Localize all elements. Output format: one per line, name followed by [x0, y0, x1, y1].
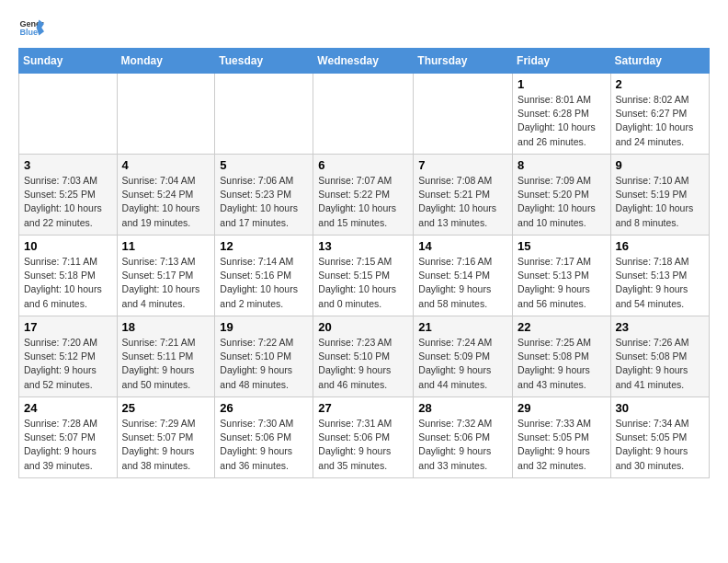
calendar-day-cell: 22Sunrise: 7:25 AM Sunset: 5:08 PM Dayli… — [513, 316, 611, 397]
day-info: Sunrise: 7:22 AM Sunset: 5:10 PM Dayligh… — [220, 336, 308, 392]
calendar-day-cell: 7Sunrise: 7:08 AM Sunset: 5:21 PM Daylig… — [414, 155, 513, 236]
calendar-day-cell: 20Sunrise: 7:23 AM Sunset: 5:10 PM Dayli… — [313, 316, 414, 397]
day-number: 24 — [24, 401, 112, 415]
day-number: 10 — [24, 239, 112, 253]
calendar-day-cell: 14Sunrise: 7:16 AM Sunset: 5:14 PM Dayli… — [414, 236, 513, 316]
calendar-week-row: 24Sunrise: 7:28 AM Sunset: 5:07 PM Dayli… — [19, 397, 710, 478]
day-info: Sunrise: 7:18 AM Sunset: 5:13 PM Dayligh… — [616, 255, 704, 311]
calendar-day-cell: 13Sunrise: 7:15 AM Sunset: 5:15 PM Dayli… — [313, 236, 414, 316]
day-info: Sunrise: 7:28 AM Sunset: 5:07 PM Dayligh… — [24, 417, 112, 473]
day-number: 18 — [122, 320, 210, 334]
weekday-header: Wednesday — [313, 49, 414, 74]
day-number: 12 — [220, 239, 308, 253]
day-info: Sunrise: 7:13 AM Sunset: 5:17 PM Dayligh… — [122, 255, 210, 311]
calendar-day-cell: 16Sunrise: 7:18 AM Sunset: 5:13 PM Dayli… — [610, 236, 709, 316]
calendar-day-cell: 18Sunrise: 7:21 AM Sunset: 5:11 PM Dayli… — [117, 316, 215, 397]
calendar-day-cell: 19Sunrise: 7:22 AM Sunset: 5:10 PM Dayli… — [215, 316, 313, 397]
calendar-day-cell: 30Sunrise: 7:34 AM Sunset: 5:05 PM Dayli… — [610, 397, 709, 478]
calendar-day-cell: 3Sunrise: 7:03 AM Sunset: 5:25 PM Daylig… — [19, 155, 118, 236]
calendar-table: SundayMondayTuesdayWednesdayThursdayFrid… — [18, 48, 710, 478]
day-info: Sunrise: 7:31 AM Sunset: 5:06 PM Dayligh… — [318, 417, 408, 473]
calendar-day-cell: 4Sunrise: 7:04 AM Sunset: 5:24 PM Daylig… — [117, 155, 215, 236]
day-info: Sunrise: 7:24 AM Sunset: 5:09 PM Dayligh… — [418, 336, 507, 392]
day-number: 5 — [220, 158, 308, 172]
calendar-day-cell: 5Sunrise: 7:06 AM Sunset: 5:23 PM Daylig… — [215, 155, 313, 236]
calendar-day-cell: 11Sunrise: 7:13 AM Sunset: 5:17 PM Dayli… — [117, 236, 215, 316]
calendar-day-cell: 6Sunrise: 7:07 AM Sunset: 5:22 PM Daylig… — [313, 155, 414, 236]
calendar-day-cell: 24Sunrise: 7:28 AM Sunset: 5:07 PM Dayli… — [19, 397, 118, 478]
calendar-day-cell: 2Sunrise: 8:02 AM Sunset: 6:27 PM Daylig… — [610, 74, 709, 155]
day-info: Sunrise: 7:25 AM Sunset: 5:08 PM Dayligh… — [518, 336, 606, 392]
day-number: 30 — [616, 401, 704, 415]
calendar-day-cell — [414, 74, 513, 155]
calendar-day-cell: 26Sunrise: 7:30 AM Sunset: 5:06 PM Dayli… — [215, 397, 313, 478]
day-number: 23 — [616, 320, 704, 334]
day-number: 21 — [418, 320, 507, 334]
day-info: Sunrise: 7:07 AM Sunset: 5:22 PM Dayligh… — [318, 174, 408, 230]
weekday-header: Saturday — [610, 49, 709, 74]
header: General Blue — [18, 15, 710, 40]
logo: General Blue — [18, 15, 44, 40]
day-number: 7 — [418, 158, 507, 172]
calendar-day-cell: 17Sunrise: 7:20 AM Sunset: 5:12 PM Dayli… — [19, 316, 118, 397]
day-info: Sunrise: 7:11 AM Sunset: 5:18 PM Dayligh… — [24, 255, 112, 311]
calendar-day-cell: 27Sunrise: 7:31 AM Sunset: 5:06 PM Dayli… — [313, 397, 414, 478]
day-info: Sunrise: 7:09 AM Sunset: 5:20 PM Dayligh… — [518, 174, 606, 230]
calendar-day-cell: 15Sunrise: 7:17 AM Sunset: 5:13 PM Dayli… — [513, 236, 611, 316]
calendar-day-cell — [215, 74, 313, 155]
day-number: 8 — [518, 158, 606, 172]
day-number: 1 — [518, 77, 606, 91]
calendar-day-cell — [313, 74, 414, 155]
calendar-day-cell: 25Sunrise: 7:29 AM Sunset: 5:07 PM Dayli… — [117, 397, 215, 478]
day-info: Sunrise: 7:33 AM Sunset: 5:05 PM Dayligh… — [518, 417, 606, 473]
day-number: 26 — [220, 401, 308, 415]
calendar-week-row: 1Sunrise: 8:01 AM Sunset: 6:28 PM Daylig… — [19, 74, 710, 155]
calendar-day-cell: 29Sunrise: 7:33 AM Sunset: 5:05 PM Dayli… — [513, 397, 611, 478]
calendar-day-cell: 9Sunrise: 7:10 AM Sunset: 5:19 PM Daylig… — [610, 155, 709, 236]
calendar-day-cell: 23Sunrise: 7:26 AM Sunset: 5:08 PM Dayli… — [610, 316, 709, 397]
day-info: Sunrise: 7:15 AM Sunset: 5:15 PM Dayligh… — [318, 255, 408, 311]
calendar-day-cell: 8Sunrise: 7:09 AM Sunset: 5:20 PM Daylig… — [513, 155, 611, 236]
day-number: 15 — [518, 239, 606, 253]
weekday-header: Thursday — [414, 49, 513, 74]
day-info: Sunrise: 8:02 AM Sunset: 6:27 PM Dayligh… — [616, 93, 704, 149]
day-info: Sunrise: 7:04 AM Sunset: 5:24 PM Dayligh… — [122, 174, 210, 230]
calendar-day-cell: 12Sunrise: 7:14 AM Sunset: 5:16 PM Dayli… — [215, 236, 313, 316]
day-info: Sunrise: 7:06 AM Sunset: 5:23 PM Dayligh… — [220, 174, 308, 230]
day-info: Sunrise: 7:10 AM Sunset: 5:19 PM Dayligh… — [616, 174, 704, 230]
day-number: 11 — [122, 239, 210, 253]
day-info: Sunrise: 7:17 AM Sunset: 5:13 PM Dayligh… — [518, 255, 606, 311]
day-info: Sunrise: 7:14 AM Sunset: 5:16 PM Dayligh… — [220, 255, 308, 311]
day-number: 3 — [24, 158, 112, 172]
day-number: 28 — [418, 401, 507, 415]
day-number: 17 — [24, 320, 112, 334]
day-info: Sunrise: 7:26 AM Sunset: 5:08 PM Dayligh… — [616, 336, 704, 392]
day-info: Sunrise: 7:34 AM Sunset: 5:05 PM Dayligh… — [616, 417, 704, 473]
weekday-header-row: SundayMondayTuesdayWednesdayThursdayFrid… — [19, 49, 710, 74]
weekday-header: Monday — [117, 49, 215, 74]
calendar-week-row: 3Sunrise: 7:03 AM Sunset: 5:25 PM Daylig… — [19, 155, 710, 236]
day-info: Sunrise: 8:01 AM Sunset: 6:28 PM Dayligh… — [518, 93, 606, 149]
day-info: Sunrise: 7:20 AM Sunset: 5:12 PM Dayligh… — [24, 336, 112, 392]
calendar-day-cell — [117, 74, 215, 155]
day-number: 4 — [122, 158, 210, 172]
day-number: 16 — [616, 239, 704, 253]
day-info: Sunrise: 7:21 AM Sunset: 5:11 PM Dayligh… — [122, 336, 210, 392]
day-number: 25 — [122, 401, 210, 415]
svg-text:Blue: Blue — [19, 28, 38, 37]
day-info: Sunrise: 7:03 AM Sunset: 5:25 PM Dayligh… — [24, 174, 112, 230]
day-number: 22 — [518, 320, 606, 334]
day-number: 19 — [220, 320, 308, 334]
day-info: Sunrise: 7:29 AM Sunset: 5:07 PM Dayligh… — [122, 417, 210, 473]
calendar-day-cell: 10Sunrise: 7:11 AM Sunset: 5:18 PM Dayli… — [19, 236, 118, 316]
logo-icon: General Blue — [18, 15, 44, 40]
calendar-day-cell: 21Sunrise: 7:24 AM Sunset: 5:09 PM Dayli… — [414, 316, 513, 397]
weekday-header: Tuesday — [215, 49, 313, 74]
day-number: 9 — [616, 158, 704, 172]
day-info: Sunrise: 7:23 AM Sunset: 5:10 PM Dayligh… — [318, 336, 408, 392]
day-number: 13 — [318, 239, 408, 253]
day-number: 27 — [318, 401, 408, 415]
day-info: Sunrise: 7:32 AM Sunset: 5:06 PM Dayligh… — [418, 417, 507, 473]
day-info: Sunrise: 7:16 AM Sunset: 5:14 PM Dayligh… — [418, 255, 507, 311]
day-number: 6 — [318, 158, 408, 172]
